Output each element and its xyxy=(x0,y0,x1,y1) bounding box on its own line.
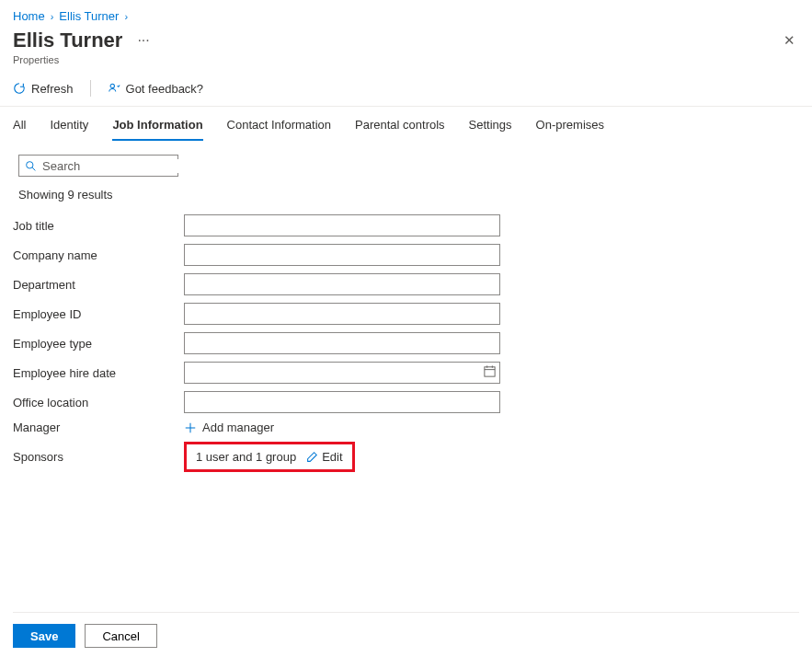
row-manager: Manager Add manager xyxy=(13,421,799,434)
refresh-label: Refresh xyxy=(31,82,74,96)
feedback-label: Got feedback? xyxy=(126,82,204,96)
label-hire-date: Employee hire date xyxy=(13,366,184,380)
tab-on-premises[interactable]: On-premises xyxy=(536,118,604,141)
input-hire-date[interactable] xyxy=(184,362,500,384)
results-count: Showing 9 results xyxy=(0,180,812,209)
input-job-title[interactable] xyxy=(184,214,500,236)
edit-sponsors-button[interactable]: Edit xyxy=(305,450,342,464)
row-hire-date: Employee hire date xyxy=(13,362,799,384)
row-job-title: Job title xyxy=(13,214,799,236)
label-manager: Manager xyxy=(13,421,184,434)
svg-rect-3 xyxy=(485,367,495,376)
label-company-name: Company name xyxy=(13,248,184,262)
save-button[interactable]: Save xyxy=(13,624,75,648)
cancel-button[interactable]: Cancel xyxy=(85,624,156,648)
svg-point-0 xyxy=(110,84,114,87)
refresh-button[interactable]: Refresh xyxy=(13,82,74,96)
tab-identity[interactable]: Identity xyxy=(50,118,88,141)
edit-label: Edit xyxy=(322,450,342,464)
chevron-right-icon: › xyxy=(124,11,128,22)
feedback-icon xyxy=(108,82,120,95)
command-bar: Refresh Got feedback? xyxy=(0,65,812,107)
add-manager-button[interactable]: Add manager xyxy=(184,421,274,434)
close-icon[interactable]: ✕ xyxy=(780,29,799,52)
row-employee-type: Employee type xyxy=(13,332,799,354)
input-department[interactable] xyxy=(184,273,500,295)
label-department: Department xyxy=(13,278,184,292)
breadcrumb: Home › Ellis Turner › xyxy=(0,0,812,27)
plus-icon xyxy=(184,421,197,434)
label-employee-type: Employee type xyxy=(13,337,184,351)
sponsors-highlight: 1 user and 1 group Edit xyxy=(184,442,355,472)
tab-parental-controls[interactable]: Parental controls xyxy=(355,118,445,141)
input-employee-id[interactable] xyxy=(184,303,500,325)
search-icon xyxy=(25,160,37,172)
chevron-right-icon: › xyxy=(51,11,54,22)
breadcrumb-user[interactable]: Ellis Turner xyxy=(59,9,119,23)
page-header: Ellis Turner ··· Properties ✕ xyxy=(0,27,812,65)
row-company-name: Company name xyxy=(13,244,799,266)
divider xyxy=(90,80,91,97)
label-job-title: Job title xyxy=(13,219,184,233)
sponsors-value: 1 user and 1 group xyxy=(196,450,296,464)
page-title: Ellis Turner xyxy=(13,29,122,52)
page-subtitle: Properties xyxy=(13,54,154,65)
input-employee-type[interactable] xyxy=(184,332,500,354)
search-input[interactable] xyxy=(42,159,197,173)
edit-icon xyxy=(305,451,318,464)
tab-bar: All Identity Job Information Contact Inf… xyxy=(0,107,812,142)
label-office-location: Office location xyxy=(13,396,184,409)
input-company-name[interactable] xyxy=(184,244,500,266)
label-employee-id: Employee ID xyxy=(13,307,184,321)
svg-line-2 xyxy=(32,167,35,170)
svg-point-1 xyxy=(27,161,33,167)
tab-settings[interactable]: Settings xyxy=(469,118,512,141)
row-sponsors: Sponsors 1 user and 1 group Edit xyxy=(13,442,799,472)
input-office-location[interactable] xyxy=(184,391,500,413)
feedback-button[interactable]: Got feedback? xyxy=(108,82,204,96)
row-department: Department xyxy=(13,273,799,295)
form: Job title Company name Department Employ… xyxy=(0,209,812,472)
tab-job-information[interactable]: Job Information xyxy=(112,118,202,141)
calendar-icon[interactable] xyxy=(483,364,497,378)
more-actions-button[interactable]: ··· xyxy=(133,32,153,49)
row-employee-id: Employee ID xyxy=(13,303,799,325)
label-sponsors: Sponsors xyxy=(13,450,184,464)
add-manager-label: Add manager xyxy=(202,421,274,434)
refresh-icon xyxy=(13,82,26,95)
tab-contact-information[interactable]: Contact Information xyxy=(227,118,331,141)
search-box[interactable] xyxy=(18,155,178,177)
tab-all[interactable]: All xyxy=(13,118,26,141)
breadcrumb-home[interactable]: Home xyxy=(13,9,45,23)
row-office-location: Office location xyxy=(13,391,799,413)
search-row xyxy=(0,142,812,180)
footer: Save Cancel xyxy=(13,612,799,648)
